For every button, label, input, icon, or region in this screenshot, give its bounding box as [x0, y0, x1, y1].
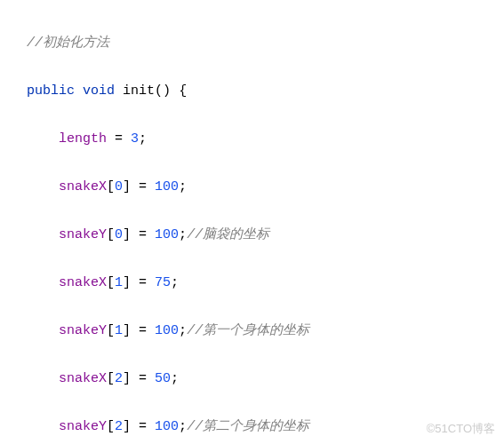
field: snakeY — [59, 227, 107, 242]
paren: ( — [155, 83, 163, 99]
number: 0 — [115, 227, 123, 242]
code-line: snakeX[1] = 75; — [27, 271, 504, 295]
field: snakeX — [59, 275, 107, 290]
op: = — [131, 419, 155, 434]
bracket: ] — [123, 323, 131, 338]
keyword: void — [83, 83, 115, 99]
number: 0 — [115, 179, 123, 194]
number: 100 — [155, 227, 179, 242]
number: 3 — [131, 131, 139, 147]
comment: //第二个身体的坐标 — [187, 419, 309, 434]
field: snakeX — [59, 371, 107, 386]
comment: //初始化方法 — [27, 36, 109, 51]
op: = — [107, 131, 131, 147]
semi: ; — [179, 419, 187, 434]
code-line: public void init() { — [27, 79, 504, 103]
comment: //脑袋的坐标 — [187, 227, 269, 242]
bracket: ] — [123, 179, 131, 194]
bracket: ] — [123, 275, 131, 290]
field: snakeX — [59, 179, 107, 194]
semi: ; — [171, 275, 179, 290]
code-line: length = 3; — [27, 127, 504, 151]
bracket: [ — [107, 371, 115, 386]
code-line: snakeX[2] = 50; — [27, 367, 504, 391]
paren: ) — [163, 83, 171, 99]
code-line: snakeX[0] = 100; — [27, 175, 504, 199]
bracket: ] — [123, 419, 131, 434]
field: length — [59, 131, 107, 147]
semi: ; — [179, 323, 187, 338]
bracket: [ — [107, 419, 115, 434]
code-block: //初始化方法 public void init() { length = 3;… — [0, 0, 504, 444]
number: 75 — [155, 275, 171, 290]
semi: ; — [179, 179, 187, 194]
method-name: init — [123, 83, 155, 99]
keyword: public — [27, 83, 75, 99]
bracket: ] — [123, 227, 131, 242]
number: 2 — [115, 371, 123, 386]
number: 2 — [115, 419, 123, 434]
op: = — [131, 323, 155, 338]
number: 1 — [115, 323, 123, 338]
code-line: snakeY[1] = 100;//第一个身体的坐标 — [27, 319, 504, 343]
brace: { — [179, 83, 187, 99]
bracket: [ — [107, 227, 115, 242]
bracket: [ — [107, 179, 115, 194]
op: = — [131, 275, 155, 290]
bracket: [ — [107, 275, 115, 290]
semi: ; — [139, 131, 147, 147]
code-line: snakeY[0] = 100;//脑袋的坐标 — [27, 223, 504, 247]
bracket: ] — [123, 371, 131, 386]
semi: ; — [171, 371, 179, 386]
op: = — [131, 371, 155, 386]
number: 1 — [115, 275, 123, 290]
bracket: [ — [107, 323, 115, 338]
op: = — [131, 227, 155, 242]
semi: ; — [179, 227, 187, 242]
op: = — [131, 179, 155, 194]
watermark: ©51CTO博客 — [427, 418, 495, 439]
code-line: //初始化方法 — [27, 31, 504, 55]
comment: //第一个身体的坐标 — [187, 323, 309, 338]
field: snakeY — [59, 323, 107, 338]
number: 50 — [155, 371, 171, 386]
number: 100 — [155, 323, 179, 338]
number: 100 — [155, 179, 179, 194]
field: snakeY — [59, 419, 107, 434]
number: 100 — [155, 419, 179, 434]
